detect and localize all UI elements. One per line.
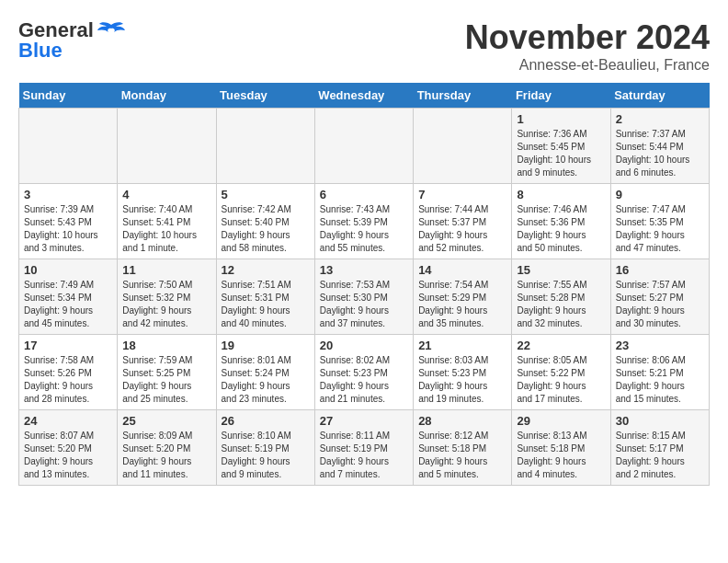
header-monday: Monday [118, 83, 216, 109]
week-row-1: 1Sunrise: 7:36 AM Sunset: 5:45 PM Daylig… [19, 109, 710, 184]
day-number: 9 [616, 188, 704, 201]
calendar-cell: 9Sunrise: 7:47 AM Sunset: 5:35 PM Daylig… [610, 184, 709, 259]
month-title: November 2024 [465, 18, 710, 57]
day-number: 11 [122, 263, 210, 277]
header-saturday: Saturday [610, 83, 709, 109]
calendar-cell: 2Sunrise: 7:37 AM Sunset: 5:44 PM Daylig… [610, 109, 709, 184]
day-number: 29 [517, 414, 605, 428]
calendar-cell: 24Sunrise: 8:07 AM Sunset: 5:20 PM Dayli… [19, 410, 118, 486]
logo-blue-text: Blue [18, 39, 63, 63]
day-number: 20 [320, 339, 408, 352]
day-number: 23 [616, 339, 704, 352]
calendar-cell: 22Sunrise: 8:05 AM Sunset: 5:22 PM Dayli… [512, 335, 610, 410]
day-info: Sunrise: 7:40 AM Sunset: 5:41 PM Dayligh… [122, 203, 210, 255]
day-info: Sunrise: 7:47 AM Sunset: 5:35 PM Dayligh… [616, 203, 704, 255]
day-info: Sunrise: 7:42 AM Sunset: 5:40 PM Dayligh… [222, 203, 310, 255]
calendar-cell [414, 109, 512, 184]
day-number: 3 [24, 188, 112, 201]
day-number: 25 [122, 414, 210, 428]
calendar-cell: 25Sunrise: 8:09 AM Sunset: 5:20 PM Dayli… [118, 410, 216, 486]
day-info: Sunrise: 7:36 AM Sunset: 5:45 PM Dayligh… [517, 128, 605, 179]
header-thursday: Thursday [414, 83, 512, 109]
day-number: 12 [222, 263, 310, 277]
calendar-cell: 18Sunrise: 7:59 AM Sunset: 5:25 PM Dayli… [118, 335, 216, 410]
day-info: Sunrise: 8:10 AM Sunset: 5:19 PM Dayligh… [222, 430, 310, 481]
day-info: Sunrise: 7:54 AM Sunset: 5:29 PM Dayligh… [418, 279, 506, 330]
calendar-cell [216, 109, 314, 184]
calendar-cell: 29Sunrise: 8:13 AM Sunset: 5:18 PM Dayli… [512, 410, 610, 486]
calendar-cell: 23Sunrise: 8:06 AM Sunset: 5:21 PM Dayli… [610, 335, 709, 410]
day-info: Sunrise: 7:57 AM Sunset: 5:27 PM Dayligh… [616, 279, 704, 330]
day-number: 28 [418, 414, 506, 428]
calendar-cell: 30Sunrise: 8:15 AM Sunset: 5:17 PM Dayli… [610, 410, 709, 486]
day-info: Sunrise: 7:53 AM Sunset: 5:30 PM Dayligh… [320, 279, 408, 330]
title-section: November 2024 Annesse-et-Beaulieu, Franc… [465, 18, 710, 74]
day-info: Sunrise: 7:50 AM Sunset: 5:32 PM Dayligh… [122, 279, 210, 330]
calendar-cell: 20Sunrise: 8:02 AM Sunset: 5:23 PM Dayli… [314, 335, 413, 410]
header-sunday: Sunday [19, 83, 118, 109]
calendar-table: SundayMondayTuesdayWednesdayThursdayFrid… [18, 83, 710, 486]
calendar-cell: 1Sunrise: 7:36 AM Sunset: 5:45 PM Daylig… [512, 109, 610, 184]
calendar-cell: 8Sunrise: 7:46 AM Sunset: 5:36 PM Daylig… [512, 184, 610, 259]
calendar-cell: 13Sunrise: 7:53 AM Sunset: 5:30 PM Dayli… [314, 259, 413, 335]
day-info: Sunrise: 8:12 AM Sunset: 5:18 PM Dayligh… [418, 430, 506, 481]
calendar-cell: 27Sunrise: 8:11 AM Sunset: 5:19 PM Dayli… [314, 410, 413, 486]
calendar-cell: 7Sunrise: 7:44 AM Sunset: 5:37 PM Daylig… [414, 184, 512, 259]
calendar-cell: 17Sunrise: 7:58 AM Sunset: 5:26 PM Dayli… [19, 335, 118, 410]
day-info: Sunrise: 8:15 AM Sunset: 5:17 PM Dayligh… [616, 430, 704, 481]
week-row-2: 3Sunrise: 7:39 AM Sunset: 5:43 PM Daylig… [19, 184, 710, 259]
day-number: 19 [222, 339, 310, 352]
header: General Blue November 2024 Annesse-et-Be… [18, 18, 710, 74]
calendar-cell: 19Sunrise: 8:01 AM Sunset: 5:24 PM Dayli… [216, 335, 314, 410]
location-title: Annesse-et-Beaulieu, France [465, 57, 710, 74]
day-info: Sunrise: 7:51 AM Sunset: 5:31 PM Dayligh… [222, 279, 310, 330]
header-friday: Friday [512, 83, 610, 109]
day-info: Sunrise: 8:06 AM Sunset: 5:21 PM Dayligh… [616, 354, 704, 406]
day-info: Sunrise: 7:37 AM Sunset: 5:44 PM Dayligh… [616, 128, 704, 179]
calendar-cell: 10Sunrise: 7:49 AM Sunset: 5:34 PM Dayli… [19, 259, 118, 335]
day-info: Sunrise: 8:05 AM Sunset: 5:22 PM Dayligh… [517, 354, 605, 406]
day-info: Sunrise: 8:09 AM Sunset: 5:20 PM Dayligh… [122, 430, 210, 481]
day-number: 4 [122, 188, 210, 201]
calendar-cell [19, 109, 118, 184]
day-number: 26 [222, 414, 310, 428]
day-info: Sunrise: 7:58 AM Sunset: 5:26 PM Dayligh… [24, 354, 112, 406]
logo-bird-icon [97, 20, 125, 40]
day-number: 15 [517, 263, 605, 277]
day-info: Sunrise: 7:46 AM Sunset: 5:36 PM Dayligh… [517, 203, 605, 255]
day-number: 6 [320, 188, 408, 201]
day-number: 21 [418, 339, 506, 352]
day-info: Sunrise: 7:49 AM Sunset: 5:34 PM Dayligh… [24, 279, 112, 330]
calendar-cell [118, 109, 216, 184]
day-number: 5 [222, 188, 310, 201]
day-info: Sunrise: 8:03 AM Sunset: 5:23 PM Dayligh… [418, 354, 506, 406]
calendar-cell: 6Sunrise: 7:43 AM Sunset: 5:39 PM Daylig… [314, 184, 413, 259]
calendar-cell: 21Sunrise: 8:03 AM Sunset: 5:23 PM Dayli… [414, 335, 512, 410]
day-info: Sunrise: 7:55 AM Sunset: 5:28 PM Dayligh… [517, 279, 605, 330]
header-tuesday: Tuesday [216, 83, 314, 109]
calendar-cell: 11Sunrise: 7:50 AM Sunset: 5:32 PM Dayli… [118, 259, 216, 335]
calendar-cell: 3Sunrise: 7:39 AM Sunset: 5:43 PM Daylig… [19, 184, 118, 259]
day-number: 7 [418, 188, 506, 201]
day-number: 14 [418, 263, 506, 277]
day-number: 16 [616, 263, 704, 277]
calendar-cell: 5Sunrise: 7:42 AM Sunset: 5:40 PM Daylig… [216, 184, 314, 259]
day-info: Sunrise: 8:07 AM Sunset: 5:20 PM Dayligh… [24, 430, 112, 481]
header-wednesday: Wednesday [314, 83, 413, 109]
calendar-cell: 12Sunrise: 7:51 AM Sunset: 5:31 PM Dayli… [216, 259, 314, 335]
calendar-cell: 4Sunrise: 7:40 AM Sunset: 5:41 PM Daylig… [118, 184, 216, 259]
week-row-3: 10Sunrise: 7:49 AM Sunset: 5:34 PM Dayli… [19, 259, 710, 335]
day-info: Sunrise: 8:01 AM Sunset: 5:24 PM Dayligh… [222, 354, 310, 406]
days-header-row: SundayMondayTuesdayWednesdayThursdayFrid… [19, 83, 710, 109]
day-info: Sunrise: 8:13 AM Sunset: 5:18 PM Dayligh… [517, 430, 605, 481]
day-info: Sunrise: 7:43 AM Sunset: 5:39 PM Dayligh… [320, 203, 408, 255]
day-number: 24 [24, 414, 112, 428]
week-row-4: 17Sunrise: 7:58 AM Sunset: 5:26 PM Dayli… [19, 335, 710, 410]
day-number: 10 [24, 263, 112, 277]
calendar-cell: 16Sunrise: 7:57 AM Sunset: 5:27 PM Dayli… [610, 259, 709, 335]
logo: General Blue [18, 18, 125, 63]
week-row-5: 24Sunrise: 8:07 AM Sunset: 5:20 PM Dayli… [19, 410, 710, 486]
day-info: Sunrise: 7:44 AM Sunset: 5:37 PM Dayligh… [418, 203, 506, 255]
day-number: 22 [517, 339, 605, 352]
day-info: Sunrise: 8:11 AM Sunset: 5:19 PM Dayligh… [320, 430, 408, 481]
